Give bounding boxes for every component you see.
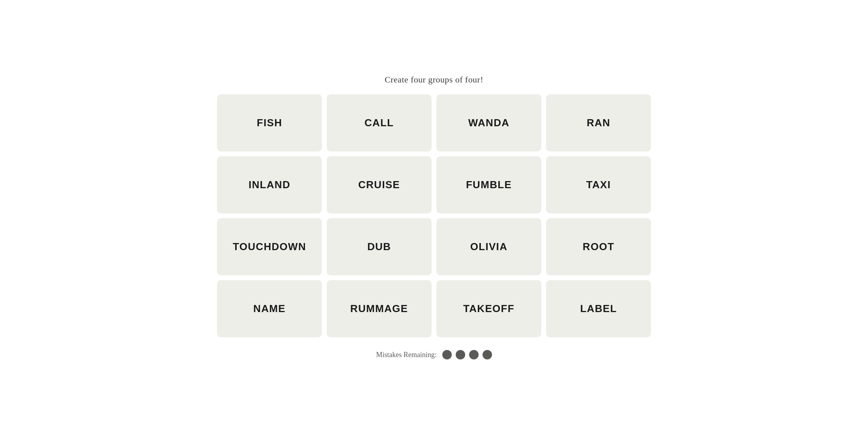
word-card-name[interactable]: NAME	[217, 280, 322, 337]
word-label-call: CALL	[365, 117, 394, 129]
mistakes-label: Mistakes Remaining:	[376, 351, 436, 359]
word-card-wanda[interactable]: WANDA	[436, 94, 541, 152]
word-label-olivia: OLIVIA	[470, 241, 507, 253]
word-card-cruise[interactable]: CRUISE	[327, 156, 432, 213]
word-label-inland: INLAND	[249, 179, 290, 191]
mistake-dot-4	[483, 350, 492, 359]
word-label-label: LABEL	[580, 303, 617, 315]
mistakes-section: Mistakes Remaining:	[376, 350, 492, 359]
word-label-fish: FISH	[257, 117, 282, 129]
word-label-fumble: FUMBLE	[466, 179, 512, 191]
word-label-takeoff: TAKEOFF	[463, 303, 514, 315]
word-card-label[interactable]: LABEL	[546, 280, 651, 337]
word-card-olivia[interactable]: OLIVIA	[436, 218, 541, 275]
mistakes-dots	[442, 350, 492, 359]
instruction-text: Create four groups of four!	[385, 75, 483, 85]
word-card-takeoff[interactable]: TAKEOFF	[436, 280, 541, 337]
word-card-dub[interactable]: DUB	[327, 218, 432, 275]
word-label-touchdown: TOUCHDOWN	[233, 241, 306, 253]
word-label-name: NAME	[253, 303, 286, 315]
word-card-inland[interactable]: INLAND	[217, 156, 322, 213]
word-label-wanda: WANDA	[468, 117, 510, 129]
word-label-root: ROOT	[583, 241, 614, 253]
word-card-fish[interactable]: FISH	[217, 94, 322, 152]
mistake-dot-2	[456, 350, 465, 359]
word-card-ran[interactable]: RAN	[546, 94, 651, 152]
word-label-rummage: RUMMAGE	[350, 303, 408, 315]
word-label-ran: RAN	[587, 117, 610, 129]
word-label-taxi: TAXI	[586, 179, 611, 191]
mistake-dot-1	[442, 350, 452, 359]
word-card-taxi[interactable]: TAXI	[546, 156, 651, 213]
game-container: Create four groups of four! FISHCALLWAND…	[217, 75, 651, 359]
word-card-touchdown[interactable]: TOUCHDOWN	[217, 218, 322, 275]
word-card-root[interactable]: ROOT	[546, 218, 651, 275]
word-card-call[interactable]: CALL	[327, 94, 432, 152]
mistake-dot-3	[469, 350, 479, 359]
word-grid: FISHCALLWANDARANINLANDCRUISEFUMBLETAXITO…	[217, 94, 651, 337]
word-card-rummage[interactable]: RUMMAGE	[327, 280, 432, 337]
word-card-fumble[interactable]: FUMBLE	[436, 156, 541, 213]
word-label-cruise: CRUISE	[358, 179, 400, 191]
word-label-dub: DUB	[367, 241, 391, 253]
